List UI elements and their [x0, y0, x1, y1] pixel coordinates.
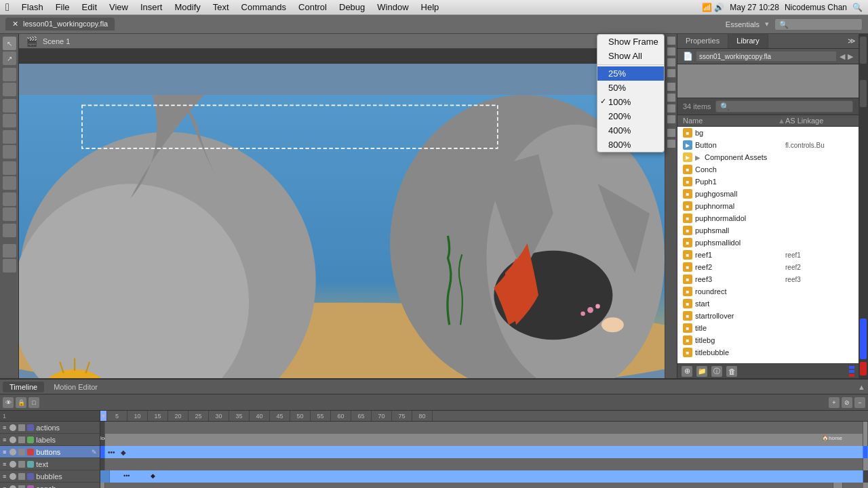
strip-icon-1[interactable]: [667, 37, 675, 45]
layer-buttons[interactable]: ≡ buttons ✎: [0, 446, 100, 458]
document-tab[interactable]: ✕ lesson01_workingcopy.fla: [5, 18, 115, 30]
strip-icon-5[interactable]: [667, 83, 675, 91]
layer-bubbles[interactable]: ≡ bubbles: [0, 470, 100, 483]
col-name-header[interactable]: Name: [683, 117, 778, 125]
end-frame-buttons[interactable]: [863, 446, 868, 458]
lib-item-bg[interactable]: ■ bg: [677, 127, 859, 139]
lib-item-reef1[interactable]: ■ reef1 reef1: [677, 249, 859, 261]
keyframe-actions-1[interactable]: [100, 422, 105, 434]
dd-200[interactable]: 200%: [597, 109, 664, 123]
lib-item-start[interactable]: ■ start: [677, 298, 859, 310]
strip-icon-4[interactable]: [667, 69, 675, 77]
delete-layer-btn[interactable]: −: [854, 397, 865, 408]
add-guide-btn[interactable]: ⊘: [842, 397, 852, 408]
strip-icon-7[interactable]: [667, 104, 675, 113]
timeline-collapse-btn[interactable]: ▲: [858, 383, 865, 391]
frames-actions-content[interactable]: [105, 422, 863, 434]
lib-item-puphnormal[interactable]: ■ puphnormal: [677, 200, 859, 212]
end-frame-actions[interactable]: [863, 422, 868, 434]
eyedropper-tool[interactable]: [3, 207, 16, 221]
layer-vis-conch[interactable]: [9, 485, 16, 489]
search-input[interactable]: [774, 18, 863, 30]
dd-50[interactable]: 50%: [597, 81, 664, 95]
col-linkage-header[interactable]: AS Linkage: [785, 117, 853, 125]
end-frame-labels[interactable]: [863, 434, 868, 446]
keyframe-labels-1[interactable]: loop: [100, 434, 105, 446]
layer-lock-text[interactable]: [18, 461, 25, 468]
essentials-dropdown-icon[interactable]: ▾: [765, 20, 769, 28]
layer-vis-text[interactable]: [9, 461, 16, 468]
delete-btn[interactable]: 🗑: [726, 366, 737, 377]
keyframe-conch-end[interactable]: [863, 483, 868, 488]
pencil-tool[interactable]: [3, 161, 16, 175]
lib-item-button[interactable]: ▶ Button fl.controls.Bu: [677, 139, 859, 151]
search-icon[interactable]: 🔍: [852, 3, 863, 12]
layer-lock-actions[interactable]: [18, 424, 25, 431]
dd-show-all[interactable]: Show All: [597, 49, 664, 63]
frames-text-content[interactable]: [105, 458, 863, 470]
stage-canvas[interactable]: [19, 64, 665, 378]
new-symbol-btn[interactable]: ⊕: [682, 366, 692, 377]
keyframe-conch-start[interactable]: [100, 483, 105, 488]
tab-motion-editor[interactable]: Motion Editor: [47, 382, 104, 392]
dd-25[interactable]: 25%: [597, 66, 664, 81]
lib-item-component-assets[interactable]: ▶ ▶ Component Assets: [677, 151, 859, 163]
layer-lock-bubbles[interactable]: [18, 473, 25, 480]
layer-vis-buttons[interactable]: [9, 449, 16, 455]
dd-800[interactable]: 800%: [597, 138, 664, 152]
hand-tool[interactable]: [3, 244, 16, 258]
lib-item-reef3[interactable]: ■ reef3 reef3: [677, 273, 859, 285]
strip-icon-8[interactable]: [667, 115, 675, 123]
lib-item-roundrect[interactable]: ■ roundrect: [677, 285, 859, 298]
layer-labels[interactable]: ≡ labels: [0, 434, 100, 446]
menu-debug[interactable]: Debug: [334, 1, 370, 14]
tab-library[interactable]: Library: [728, 34, 768, 48]
dd-show-frame[interactable]: Show Frame: [597, 35, 664, 49]
lib-item-title[interactable]: ■ title: [677, 322, 859, 334]
lib-item-puphsmall[interactable]: ■ puphsmall: [677, 224, 859, 237]
keyframe-buttons-1[interactable]: [100, 446, 105, 458]
menu-insert[interactable]: Insert: [135, 1, 168, 14]
add-layer-btn[interactable]: +: [829, 397, 840, 408]
tab-properties[interactable]: Properties: [677, 34, 728, 48]
line-tool[interactable]: [3, 130, 16, 144]
menu-flash[interactable]: Flash: [16, 1, 49, 14]
end-frame-text[interactable]: [863, 458, 868, 470]
tab-timeline[interactable]: Timeline: [3, 382, 44, 392]
lib-item-titlebubble[interactable]: ■ titlebubble: [677, 346, 859, 359]
strip-icon-10[interactable]: [667, 140, 675, 148]
layer-text[interactable]: ≡ text: [0, 458, 100, 470]
lock-all-icon[interactable]: 🔒: [16, 397, 26, 408]
layer-lock-conch[interactable]: [18, 485, 25, 489]
resize-handle-2[interactable]: [860, 80, 867, 107]
lib-item-startrollover[interactable]: ■ startrollover: [677, 310, 859, 322]
file-nav-next[interactable]: ▶: [848, 52, 853, 61]
layer-vis-actions[interactable]: [9, 424, 16, 431]
tab-close-icon[interactable]: ✕: [12, 20, 18, 28]
dd-100[interactable]: 100%: [597, 95, 664, 109]
menu-window[interactable]: Window: [372, 1, 414, 14]
pen-tool[interactable]: [3, 99, 16, 113]
folder-expand-icon[interactable]: ▶: [695, 154, 701, 161]
lib-item-titlebg[interactable]: ■ titlebg: [677, 334, 859, 346]
menu-modify[interactable]: Modify: [169, 1, 205, 14]
rect-tool[interactable]: [3, 145, 16, 159]
properties-btn[interactable]: ⓘ: [711, 366, 722, 377]
free-transform-tool[interactable]: [3, 68, 16, 81]
keyframe-bubbles-1[interactable]: [100, 470, 110, 483]
menu-view[interactable]: View: [104, 1, 134, 14]
panel-collapse-icon[interactable]: ≫: [845, 34, 859, 48]
library-file-input[interactable]: [696, 51, 837, 62]
layer-vis-labels[interactable]: [9, 436, 16, 443]
lib-item-puphsmallidol[interactable]: ■ puphsmallidol: [677, 237, 859, 249]
frames-panel[interactable]: ▼ 5 10 15 20 25 30 35 40 45 50 55 60 65 …: [100, 411, 868, 488]
frames-conch-content[interactable]: [105, 483, 833, 488]
eraser-tool[interactable]: [3, 224, 16, 237]
end-frame-bubbles[interactable]: [863, 470, 868, 483]
strip-icon-9[interactable]: [667, 129, 675, 137]
selection-tool[interactable]: ↖: [3, 37, 16, 50]
lib-item-conch[interactable]: ■ Conch: [677, 163, 859, 176]
frames-conch-end-content[interactable]: [843, 483, 863, 488]
dd-400[interactable]: 400%: [597, 123, 664, 138]
menu-file[interactable]: File: [50, 1, 75, 14]
